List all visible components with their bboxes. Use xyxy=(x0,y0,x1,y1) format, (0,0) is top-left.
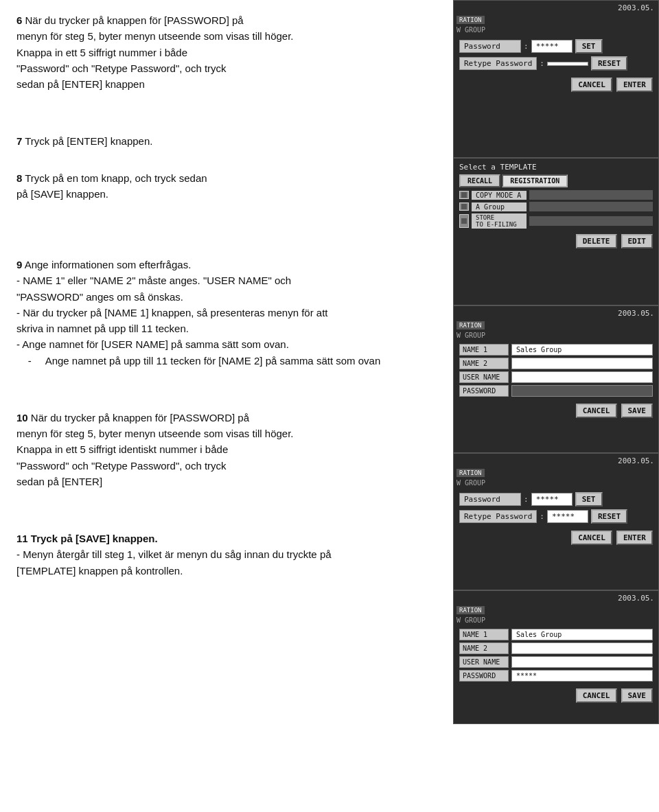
group-field-password: PASSWORD xyxy=(459,385,653,397)
final-name1-label: NAME 1 xyxy=(459,629,509,640)
template-value-3 xyxy=(529,216,653,226)
password-field-row-4: Password : ***** SET xyxy=(459,492,653,507)
template-label-1: COPY MODE A xyxy=(472,191,527,200)
section-8-number: 8 xyxy=(16,172,22,184)
enter-button-1[interactable]: ENTER xyxy=(616,78,653,92)
enter-button-4[interactable]: ENTER xyxy=(616,531,653,545)
section-6: 6 När du trycker på knappen för [PASSWOR… xyxy=(16,12,437,92)
retype-label: Retype Password xyxy=(459,57,537,70)
template-item-2: A Group xyxy=(459,202,653,211)
retype-field-row-4: Retype Password : ***** RESET xyxy=(459,509,653,524)
final-password-value: ***** xyxy=(511,670,653,682)
panel-3-actions: CANCEL SAVE xyxy=(459,404,653,418)
reset-button[interactable]: RESET xyxy=(591,56,627,71)
panel-password-set: 2003.05. RATION W GROUP Password : *****… xyxy=(453,0,659,158)
template-icon-2 xyxy=(459,202,469,211)
template-label-3: STORETO E-FILING xyxy=(472,213,527,229)
final-username-value xyxy=(511,656,653,668)
password-label-4: Password xyxy=(459,493,521,506)
panel-5-ration: RATION xyxy=(456,606,485,614)
panel-template-select: Select a TEMPLATE RECALL REGISTRATION CO… xyxy=(453,158,659,305)
template-value-2 xyxy=(529,202,653,211)
delete-button[interactable]: DELETE xyxy=(576,234,617,248)
template-label-2: A Group xyxy=(472,202,527,211)
cancel-button-4[interactable]: CANCEL xyxy=(571,531,612,545)
panel-4-group: W GROUP xyxy=(454,478,658,489)
final-field-name2: NAME 2 xyxy=(459,642,653,654)
username-label: USER NAME xyxy=(459,371,509,383)
reset-button-4[interactable]: RESET xyxy=(591,509,627,524)
panel-5-actions: CANCEL SAVE xyxy=(459,688,653,703)
template-icon-1 xyxy=(459,191,469,199)
panel-3-ration: RATION xyxy=(456,321,485,329)
final-field-password: PASSWORD ***** xyxy=(459,670,653,682)
section-7: 7 Tryck på [ENTER] knappen. xyxy=(16,133,437,149)
tab-registration[interactable]: REGISTRATION xyxy=(502,174,568,187)
section-9-number: 9 xyxy=(16,259,22,270)
right-column: 2003.05. RATION W GROUP Password : *****… xyxy=(453,0,659,812)
section-10-number: 10 xyxy=(16,412,28,424)
panel-group-info: 2003.05. RATION W GROUP NAME 1 Sales Gro… xyxy=(453,305,659,453)
final-name2-value xyxy=(511,642,653,654)
password-colon: : xyxy=(524,42,529,51)
panel-1-group: W GROUP xyxy=(454,25,658,36)
section-7-number: 7 xyxy=(16,135,22,147)
cancel-button-3[interactable]: CANCEL xyxy=(576,404,617,418)
panel-3-date: 2003.05. xyxy=(618,309,654,318)
template-tabs: RECALL REGISTRATION xyxy=(454,174,658,187)
password-value-4: ***** xyxy=(531,493,573,506)
save-button-5[interactable]: SAVE xyxy=(621,688,654,703)
group-field-name1: NAME 1 Sales Group xyxy=(459,344,653,356)
name2-value xyxy=(511,358,653,369)
group-field-name2: NAME 2 xyxy=(459,358,653,369)
final-name1-value: Sales Group xyxy=(511,629,653,640)
panel-4-actions: CANCEL ENTER xyxy=(459,531,653,545)
password-label-3: PASSWORD xyxy=(459,385,509,397)
section-7-text: 7 Tryck på [ENTER] knappen. xyxy=(16,133,437,149)
panel-password-values: 2003.05. RATION W GROUP Password : *****… xyxy=(453,453,659,590)
password-label: Password xyxy=(459,40,521,53)
password-colon-4: : xyxy=(524,495,529,504)
set-button[interactable]: SET xyxy=(575,39,603,54)
section-6-number: 6 xyxy=(16,14,22,26)
final-field-username: USER NAME xyxy=(459,656,653,668)
template-list: COPY MODE A A Group STORETO E-FILING xyxy=(454,190,658,229)
password-value: ***** xyxy=(531,40,573,53)
panel-final-group: 2003.05. RATION W GROUP NAME 1 Sales Gro… xyxy=(453,590,659,724)
tab-recall[interactable]: RECALL xyxy=(459,174,500,187)
final-username-label: USER NAME xyxy=(459,656,509,668)
template-title: Select a TEMPLATE xyxy=(454,159,658,174)
template-actions: DELETE EDIT xyxy=(459,234,653,248)
template-icon-3 xyxy=(459,214,469,228)
name2-label: NAME 2 xyxy=(459,358,509,369)
panel-4-date: 2003.05. xyxy=(618,456,654,465)
retype-label-4: Retype Password xyxy=(459,510,537,523)
left-column: 6 När du trycker på knappen för [PASSWOR… xyxy=(0,0,453,812)
section-8: 8 Tryck på en tom knapp, och tryck sedan… xyxy=(16,170,437,202)
retype-colon: : xyxy=(540,59,544,68)
save-button-3[interactable]: SAVE xyxy=(621,404,654,418)
group-field-username: USER NAME xyxy=(459,371,653,383)
cancel-button-5[interactable]: CANCEL xyxy=(576,688,617,703)
final-password-label: PASSWORD xyxy=(459,670,509,682)
password-field-row: Password : ***** SET xyxy=(459,39,653,54)
panel-5-date: 2003.05. xyxy=(618,594,654,603)
panel-3-group: W GROUP xyxy=(454,330,658,342)
password-value-3 xyxy=(511,385,653,397)
set-button-4[interactable]: SET xyxy=(575,492,603,507)
retype-field-row: Retype Password : RESET xyxy=(459,56,653,71)
section-11-number: 11 xyxy=(16,533,28,544)
panel-5-group: W GROUP xyxy=(454,615,658,627)
panel-4-ration: RATION xyxy=(456,469,485,477)
section-10-text: 10 När du trycker på knappen för [PASSWO… xyxy=(16,410,437,489)
cancel-button-1[interactable]: CANCEL xyxy=(571,78,612,92)
section-9: 9 Ange informationen som efterfrågas. - … xyxy=(16,257,437,369)
username-value xyxy=(511,371,653,383)
edit-button[interactable]: EDIT xyxy=(621,234,654,248)
template-item-1: COPY MODE A xyxy=(459,190,653,200)
retype-value xyxy=(547,62,588,66)
name1-label: NAME 1 xyxy=(459,344,509,356)
panel-1-date: 2003.05. xyxy=(618,3,654,12)
template-item-3: STORETO E-FILING xyxy=(459,213,653,229)
section-8-text: 8 Tryck på en tom knapp, och tryck sedan… xyxy=(16,170,437,202)
